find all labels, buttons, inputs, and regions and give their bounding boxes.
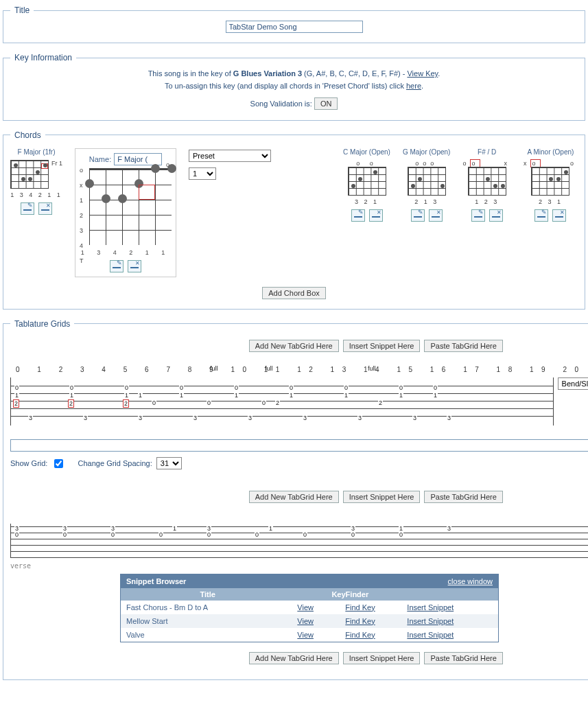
key-line1b: (G, A#, B, C, C#, D, E, F, F#) - <box>302 69 407 78</box>
snippet-row: Fast Chorus - Bm D to AViewFind KeyInser… <box>121 601 498 614</box>
edit-chord-icon[interactable] <box>351 209 365 222</box>
insert-link[interactable]: Insert Snippet <box>407 631 454 639</box>
grid-row-labels: ox1234T <box>80 163 84 268</box>
big-chord-grid[interactable]: ox1234T o <box>89 168 172 245</box>
spacing-label: Change Grid Spacing: <box>78 459 152 467</box>
key-line2a: To un-assign this key (and display all c… <box>165 82 406 90</box>
snippet-row: Mellow StartViewFind KeyInsert Snippet <box>121 614 498 628</box>
chord-name: G Major (Open) <box>403 148 450 156</box>
fingers: 2 3 1 <box>539 198 563 205</box>
tab-grid-2[interactable]: 30 30 30 01 30 01 0 30 10 3 <box>10 524 588 558</box>
add-chord-box-button[interactable]: Add Chord Box <box>262 287 326 299</box>
edit-big-chord-icon[interactable] <box>110 260 124 272</box>
fret-header: 0 1 2 3 4 5 6 7 8 9 10 11 12 13 14 15 16… <box>16 366 588 373</box>
insert-link[interactable]: Insert Snippet <box>407 617 454 625</box>
chord-diagram <box>348 167 386 196</box>
add-tabgrid-button[interactable]: Add New TabGrid Here <box>249 340 339 352</box>
view-link[interactable]: View <box>297 603 314 612</box>
add-tabgrid-button-2[interactable]: Add New TabGrid Here <box>249 491 339 503</box>
tablature-legend: Tablature Grids <box>10 319 74 329</box>
snippet-browser: Snippet Browserclose window TitleKeyFind… <box>120 574 499 642</box>
title-legend: Title <box>10 5 34 15</box>
validation-toggle[interactable]: ON <box>314 97 338 110</box>
key-line1a: This song is in the key of <box>148 69 233 78</box>
tab-grid-1[interactable]: full full full 0123 0123 012310 0130 013… <box>10 377 554 426</box>
big-fingers: 1 3 4 2 1 1 <box>81 249 171 256</box>
open-closed: oo x <box>462 160 511 166</box>
chord-name: C Major (Open) <box>343 148 390 156</box>
chords-legend: Chords <box>10 130 45 140</box>
edit-chord-icon[interactable] <box>411 209 425 222</box>
edit-chord-icon[interactable] <box>471 209 485 222</box>
open-closed: ooo <box>415 160 438 166</box>
chords-fieldset: Chords F Major (1fr) Fr 1 1 3 4 2 1 1 Na… <box>3 130 585 310</box>
delete-chord-icon[interactable] <box>429 209 443 222</box>
insert-link[interactable]: Insert Snippet <box>407 603 454 612</box>
view-key-link[interactable]: View Key <box>407 69 438 78</box>
tab-text-input[interactable] <box>10 439 588 452</box>
chord-diagram <box>531 167 569 196</box>
col-keyfinder: KeyFinder <box>289 590 411 598</box>
open-closed: xo o <box>524 160 578 166</box>
findkey-link[interactable]: Find Key <box>345 603 375 612</box>
fingers: 3 2 1 <box>355 198 379 205</box>
delete-chord-icon[interactable] <box>489 209 503 222</box>
paste-tabgrid-button[interactable]: Paste TabGrid Here <box>424 340 502 352</box>
validation-label: Song Validation is: <box>250 100 312 108</box>
chord-a-minor: A Minor (Open) xo o 2 3 1 <box>524 148 578 222</box>
fret-label: Fr 1 <box>51 160 62 167</box>
add-tabgrid-button-3[interactable]: Add New TabGrid Here <box>249 652 339 664</box>
delete-chord-icon[interactable] <box>369 209 383 222</box>
name-label: Name: <box>89 155 111 163</box>
preset-column: Preset 1 <box>189 148 271 180</box>
view-link[interactable]: View <box>297 617 314 625</box>
key-text: This song is in the key of G Blues Varia… <box>10 68 578 110</box>
chords-row: F Major (1fr) Fr 1 1 3 4 2 1 1 Name: ox1… <box>10 145 578 280</box>
edit-chord-icon[interactable] <box>534 209 548 222</box>
delete-big-chord-icon[interactable] <box>128 260 141 272</box>
bend-label: full <box>210 365 218 372</box>
spacing-select[interactable]: 31 <box>156 457 182 469</box>
open-closed: o o <box>356 160 377 166</box>
fingers: 2 1 3 <box>414 198 438 205</box>
view-link[interactable]: View <box>297 631 314 639</box>
chord-c-major: C Major (Open) o o 3 2 1 <box>343 148 390 222</box>
bend-slide-select[interactable]: Bend/Slide etc <box>558 377 588 390</box>
snippet-browser-title: Snippet Browser <box>126 577 186 585</box>
insert-snippet-button[interactable]: Insert Snippet Here <box>343 340 421 352</box>
song-title-input[interactable] <box>226 21 363 33</box>
findkey-link[interactable]: Find Key <box>345 631 375 639</box>
col-title: Title <box>126 590 289 598</box>
delete-chord-icon[interactable] <box>38 202 52 215</box>
chord-editor: Name: ox1234T o 1 3 4 2 1 1 <box>75 148 176 277</box>
fret-select[interactable]: 1 <box>189 167 216 180</box>
key-legend: Key Information <box>10 53 76 62</box>
tablature-fieldset: Tablature Grids Add New TabGrid Here Ins… <box>3 319 588 680</box>
snippet-row: ValveViewFind KeyInsert Snippet <box>121 628 498 642</box>
verse-label: verse <box>10 562 588 570</box>
fingers: 1 3 4 2 1 1 <box>10 191 62 198</box>
delete-chord-icon[interactable] <box>552 209 566 222</box>
paste-tabgrid-button-2[interactable]: Paste TabGrid Here <box>424 491 502 503</box>
chord-diagram <box>10 160 49 189</box>
chord-diagram <box>468 167 506 196</box>
unassign-here-link[interactable]: here <box>406 82 421 90</box>
key-fieldset: Key Information This song is in the key … <box>3 53 585 121</box>
close-snippet-browser-link[interactable]: close window <box>448 577 493 585</box>
chord-name: A Minor (Open) <box>528 148 574 156</box>
show-grid-checkbox[interactable] <box>54 459 63 468</box>
preset-select[interactable]: Preset <box>189 150 271 162</box>
chord-name: F# / D <box>478 148 496 156</box>
chord-g-major: G Major (Open) ooo 2 1 3 <box>403 148 450 222</box>
chord-f-major-1fr: F Major (1fr) Fr 1 1 3 4 2 1 1 <box>10 148 62 215</box>
show-grid-label: Show Grid: <box>10 459 47 467</box>
insert-snippet-button-2[interactable]: Insert Snippet Here <box>343 491 421 503</box>
findkey-link[interactable]: Find Key <box>345 617 375 625</box>
paste-tabgrid-button-3[interactable]: Paste TabGrid Here <box>424 652 502 664</box>
title-fieldset: Title <box>3 5 585 43</box>
chord-name: F Major (1fr) <box>18 148 56 156</box>
edit-chord-icon[interactable] <box>21 202 34 215</box>
bend-label: full <box>265 365 273 372</box>
insert-snippet-button-3[interactable]: Insert Snippet Here <box>343 652 421 664</box>
key-name: G Blues Variation 3 <box>233 69 302 78</box>
